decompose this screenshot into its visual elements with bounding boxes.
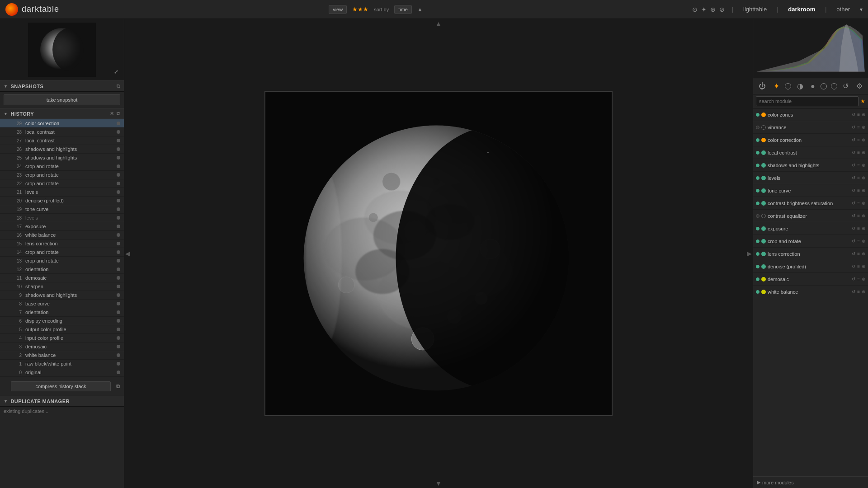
module-preset-icon[interactable]: ≡ (857, 289, 860, 294)
module-reset-icon[interactable]: ↺ (852, 150, 855, 155)
module-left-indicator[interactable] (756, 176, 760, 180)
module-item[interactable]: contrast brightness saturation↺≡⊕ (753, 197, 868, 210)
circle-icon-3[interactable] (831, 83, 837, 89)
history-item[interactable]: 28local contrast (0, 128, 124, 136)
icon-3[interactable]: ⊕ (710, 6, 716, 13)
module-item[interactable]: local contrast↺≡⊕ (753, 146, 868, 159)
module-preset-icon[interactable]: ≡ (857, 201, 860, 206)
nav-other[interactable]: other (834, 5, 853, 14)
history-clear-icon[interactable]: ✕ (110, 111, 114, 117)
history-copy-icon[interactable]: ⧉ (117, 111, 120, 117)
history-item[interactable]: 17exposure (0, 222, 124, 231)
module-add-icon[interactable]: ⊕ (862, 264, 865, 269)
module-reset-icon[interactable]: ↺ (852, 125, 855, 130)
view-button[interactable]: view (329, 5, 347, 14)
module-add-icon[interactable]: ⊕ (862, 226, 865, 231)
history-item[interactable]: 24crop and rotate (0, 162, 124, 171)
module-item[interactable]: tone curve↺≡⊕ (753, 184, 868, 197)
module-preset-icon[interactable]: ≡ (857, 213, 860, 218)
module-left-indicator[interactable] (756, 265, 760, 268)
sort-arrow[interactable]: ▲ (417, 6, 423, 13)
module-reset-icon[interactable]: ↺ (852, 137, 855, 142)
module-item[interactable]: exposure↺≡⊕ (753, 222, 868, 235)
history-item[interactable]: 18levels (0, 214, 124, 222)
history-item[interactable]: 11demosaic (0, 274, 124, 282)
module-preset-icon[interactable]: ≡ (857, 264, 860, 269)
module-add-icon[interactable]: ⊕ (862, 239, 865, 244)
module-add-icon[interactable]: ⊕ (862, 188, 865, 193)
history-item[interactable]: 23crop and rotate (0, 171, 124, 179)
module-reset-icon[interactable]: ↺ (852, 188, 855, 193)
time-button[interactable]: time (394, 5, 412, 14)
expand-icon[interactable]: ⤢ (114, 69, 118, 75)
module-left-indicator[interactable] (756, 214, 760, 218)
module-item[interactable]: color correction↺≡⊕ (753, 134, 868, 146)
search-module-input[interactable] (756, 96, 859, 106)
module-item[interactable]: contrast equalizer↺≡⊕ (753, 210, 868, 222)
history-item[interactable]: 6display encoding (0, 317, 124, 325)
module-left-indicator[interactable] (756, 277, 760, 281)
reset-icon[interactable]: ↺ (841, 81, 850, 91)
history-header[interactable]: ▼ history ✕ ⧉ (0, 108, 124, 119)
icon-2[interactable]: ✦ (701, 6, 707, 13)
history-item[interactable]: 26shadows and highlights (0, 145, 124, 154)
full-circle-icon[interactable]: ● (809, 81, 817, 91)
history-item[interactable]: 22crop and rotate (0, 179, 124, 188)
history-item[interactable]: 20denoise (profiled) (0, 197, 124, 205)
history-item[interactable]: 3demosaic (0, 343, 124, 351)
module-preset-icon[interactable]: ≡ (857, 226, 860, 231)
module-item[interactable]: color zones↺≡⊕ (753, 108, 868, 121)
history-item[interactable]: 19tone curve (0, 205, 124, 214)
module-preset-icon[interactable]: ≡ (857, 251, 860, 256)
circle-icon-2[interactable] (821, 83, 827, 89)
module-reset-icon[interactable]: ↺ (852, 226, 855, 231)
collapse-left-icon[interactable]: ◀ (125, 250, 130, 257)
module-add-icon[interactable]: ⊕ (862, 137, 865, 142)
module-item[interactable]: levels↺≡⊕ (753, 172, 868, 184)
circle-icon-1[interactable] (785, 83, 791, 89)
module-add-icon[interactable]: ⊕ (862, 175, 865, 180)
nav-darkroom[interactable]: darkroom (785, 5, 818, 14)
module-left-indicator[interactable] (756, 189, 760, 192)
collapse-right-icon[interactable]: ▶ (747, 250, 752, 257)
history-item[interactable]: 5output color profile (0, 325, 124, 334)
history-item[interactable]: 14crop and rotate (0, 248, 124, 257)
module-add-icon[interactable]: ⊕ (862, 201, 865, 206)
module-add-icon[interactable]: ⊕ (862, 112, 865, 117)
module-left-indicator[interactable] (756, 227, 760, 230)
stars-filter[interactable]: ★★★ (352, 6, 368, 13)
module-reset-icon[interactable]: ↺ (852, 251, 855, 256)
module-add-icon[interactable]: ⊕ (862, 163, 865, 168)
compress-icon[interactable]: ⧉ (116, 383, 120, 389)
module-reset-icon[interactable]: ↺ (852, 264, 855, 269)
module-reset-icon[interactable]: ↺ (852, 213, 855, 218)
collapse-bottom-icon[interactable]: ▼ (435, 480, 442, 487)
preset-icon[interactable]: ✦ (772, 81, 781, 91)
module-preset-icon[interactable]: ≡ (857, 175, 860, 180)
module-preset-icon[interactable]: ≡ (857, 163, 860, 168)
module-item[interactable]: demosaic↺≡⊕ (753, 273, 868, 286)
history-item[interactable]: 7orientation (0, 308, 124, 317)
module-left-indicator[interactable] (756, 164, 760, 167)
compress-history-button[interactable]: compress history stack (11, 381, 111, 391)
more-modules-button[interactable]: ▶ more modules (753, 476, 868, 488)
history-item[interactable]: 9shadows and highlights (0, 291, 124, 300)
module-preset-icon[interactable]: ≡ (857, 239, 860, 244)
module-item[interactable]: shadows and highlights↺≡⊕ (753, 159, 868, 172)
module-reset-icon[interactable]: ↺ (852, 277, 855, 282)
module-left-indicator[interactable] (756, 151, 760, 155)
module-item[interactable]: vibrance↺≡⊕ (753, 121, 868, 134)
half-circle-icon[interactable]: ◑ (795, 81, 805, 91)
module-add-icon[interactable]: ⊕ (862, 213, 865, 218)
module-left-indicator[interactable] (756, 126, 760, 129)
module-add-icon[interactable]: ⊕ (862, 125, 865, 130)
module-item[interactable]: crop and rotate↺≡⊕ (753, 235, 868, 248)
module-add-icon[interactable]: ⊕ (862, 289, 865, 294)
module-preset-icon[interactable]: ≡ (857, 188, 860, 193)
history-item[interactable]: 15lens correction (0, 239, 124, 248)
module-reset-icon[interactable]: ↺ (852, 175, 855, 180)
module-item[interactable]: white balance↺≡⊕ (753, 286, 868, 298)
module-item[interactable]: denoise (profiled)↺≡⊕ (753, 260, 868, 273)
history-item[interactable]: 29color correction (0, 119, 124, 128)
module-reset-icon[interactable]: ↺ (852, 201, 855, 206)
